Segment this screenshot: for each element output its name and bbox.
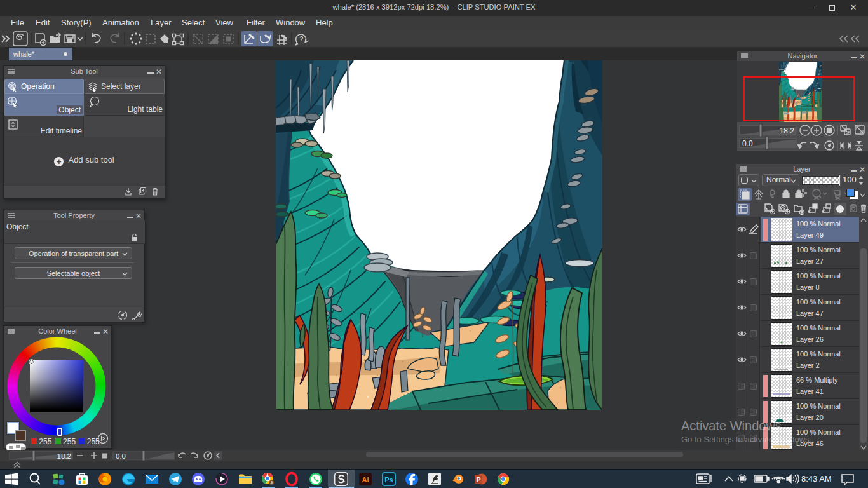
svg-text:P: P (476, 476, 480, 484)
svg-text:?: ? (299, 35, 304, 43)
svg-text:Ai: Ai (362, 476, 369, 484)
svg-text:8:43 AM: 8:43 AM (801, 474, 832, 484)
svg-text:18.2: 18.2 (780, 126, 795, 135)
svg-text:Ps: Ps (384, 476, 393, 484)
svg-text:0.0: 0.0 (116, 452, 126, 460)
svg-text:18.2: 18.2 (57, 452, 71, 460)
svg-text:0.0: 0.0 (742, 139, 753, 148)
